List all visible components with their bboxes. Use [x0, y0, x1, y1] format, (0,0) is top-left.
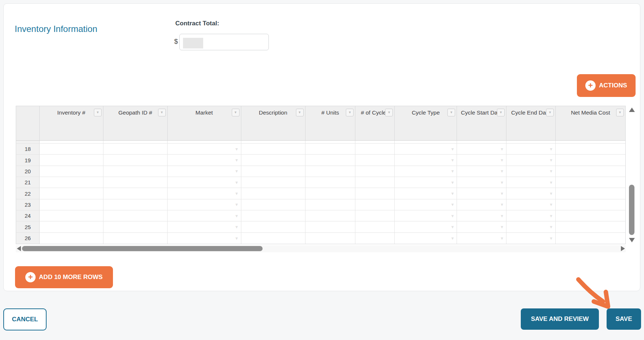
filter-button-description[interactable]: ▼ [296, 109, 304, 116]
grid-cell-description[interactable] [241, 188, 305, 199]
grid-cell-num-cycles[interactable] [355, 166, 395, 177]
grid-cell-cycle-end-date[interactable]: ▼ [506, 210, 556, 221]
grid-cell-market[interactable]: ▼ [168, 210, 241, 221]
grid-cell-description[interactable] [241, 199, 305, 210]
grid-cell-cycle-start-date[interactable]: ▼ [457, 199, 506, 210]
grid-cell-cycle-end-date[interactable]: ▼ [506, 166, 556, 177]
grid-cell-geopath-id[interactable] [103, 155, 168, 165]
grid-cell-geopath-id[interactable] [103, 177, 168, 188]
grid-cell-cycle-end-date[interactable]: ▼ [506, 199, 556, 210]
grid-cell-market[interactable]: ▼ [168, 233, 241, 244]
grid-cell-num-cycles[interactable] [355, 210, 395, 221]
grid-cell-description[interactable] [241, 166, 305, 177]
grid-cell-num-cycles[interactable] [355, 177, 395, 188]
grid-cell-inventory-num[interactable] [40, 233, 103, 244]
grid-cell-cycle-type[interactable]: ▼ [395, 166, 457, 177]
grid-cell-net-media-cost[interactable] [556, 141, 625, 143]
grid-cell-cycle-start-date[interactable]: ▼ [457, 233, 506, 244]
grid-cell-cycle-end-date[interactable] [506, 141, 556, 143]
grid-cell-num-cycles[interactable] [355, 155, 395, 165]
grid-cell-geopath-id[interactable] [103, 144, 168, 154]
grid-cell-units[interactable] [305, 188, 356, 199]
filter-button-cycle-type[interactable]: ▼ [447, 109, 455, 116]
grid-cell-inventory-num[interactable] [40, 210, 103, 221]
grid-cell-cycle-type[interactable]: ▼ [395, 199, 457, 210]
grid-cell-num-cycles[interactable] [355, 233, 395, 244]
grid-cell-cycle-type[interactable]: ▼ [395, 221, 457, 232]
scroll-left-arrow-icon[interactable] [17, 246, 21, 251]
grid-cell-cycle-start-date[interactable]: ▼ [457, 177, 506, 188]
grid-cell-inventory-num[interactable] [40, 221, 103, 232]
grid-cell-cycle-end-date[interactable]: ▼ [506, 155, 556, 165]
grid-cell-num-cycles[interactable] [355, 221, 395, 232]
grid-cell-market[interactable]: ▼ [168, 166, 241, 177]
grid-cell-description[interactable] [241, 210, 305, 221]
grid-cell-geopath-id[interactable] [103, 166, 168, 177]
grid-cell-description[interactable] [241, 141, 305, 143]
grid-cell-inventory-num[interactable] [40, 188, 103, 199]
grid-cell-cycle-type[interactable] [395, 141, 457, 143]
horizontal-scrollbar[interactable] [16, 245, 626, 252]
grid-cell-inventory-num[interactable] [40, 166, 103, 177]
grid-cell-net-media-cost[interactable] [556, 144, 625, 154]
grid-cell-num-cycles[interactable] [355, 141, 395, 143]
grid-cell-cycle-start-date[interactable]: ▼ [457, 166, 506, 177]
grid-cell-num-cycles[interactable] [355, 144, 395, 154]
grid-cell-net-media-cost[interactable] [556, 221, 625, 232]
grid-cell-market[interactable]: ▼ [168, 155, 241, 165]
grid-cell-net-media-cost[interactable] [556, 188, 625, 199]
grid-cell-cycle-end-date[interactable]: ▼ [506, 177, 556, 188]
grid-cell-description[interactable] [241, 177, 305, 188]
filter-button-num-cycles[interactable]: ▼ [385, 109, 393, 116]
filter-button-market[interactable]: ▼ [232, 109, 239, 116]
grid-cell-net-media-cost[interactable] [556, 199, 625, 210]
grid-cell-units[interactable] [305, 221, 356, 232]
grid-cell-units[interactable] [305, 233, 356, 244]
grid-cell-net-media-cost[interactable] [556, 177, 625, 188]
filter-button-cycle-start-date[interactable]: ▼ [497, 109, 505, 116]
grid-cell-description[interactable] [241, 155, 305, 165]
grid-cell-num-cycles[interactable] [355, 199, 395, 210]
horizontal-scrollbar-thumb[interactable] [22, 246, 263, 251]
grid-cell-inventory-num[interactable] [40, 144, 103, 154]
filter-button-inventory-num[interactable]: ▼ [94, 109, 102, 116]
grid-cell-units[interactable] [305, 141, 356, 143]
save-and-review-button[interactable]: SAVE AND REVIEW [521, 308, 599, 330]
grid-cell-cycle-type[interactable]: ▼ [395, 155, 457, 165]
grid-cell-units[interactable] [305, 210, 356, 221]
grid-cell-inventory-num[interactable] [40, 177, 103, 188]
grid-cell-market[interactable] [168, 141, 241, 143]
grid-cell-cycle-start-date[interactable]: ▼ [457, 210, 506, 221]
grid-cell-market[interactable]: ▼ [168, 144, 241, 154]
scroll-down-arrow-icon[interactable] [629, 238, 635, 242]
grid-cell-market[interactable]: ▼ [168, 188, 241, 199]
grid-cell-description[interactable] [241, 144, 305, 154]
scroll-up-arrow-icon[interactable] [629, 108, 635, 112]
grid-cell-cycle-start-date[interactable]: ▼ [457, 155, 506, 165]
grid-cell-units[interactable] [305, 155, 356, 165]
grid-cell-cycle-type[interactable]: ▼ [395, 177, 457, 188]
grid-cell-units[interactable] [305, 166, 356, 177]
grid-cell-net-media-cost[interactable] [556, 155, 625, 165]
grid-cell-cycle-end-date[interactable]: ▼ [506, 233, 556, 244]
grid-cell-num-cycles[interactable] [355, 188, 395, 199]
grid-cell-market[interactable]: ▼ [168, 177, 241, 188]
grid-cell-cycle-start-date[interactable]: ▼ [457, 221, 506, 232]
grid-cell-cycle-start-date[interactable]: ▼ [457, 144, 506, 154]
grid-cell-geopath-id[interactable] [103, 221, 168, 232]
filter-button-net-media-cost[interactable]: ▼ [616, 109, 624, 116]
grid-cell-geopath-id[interactable] [103, 199, 168, 210]
grid-cell-cycle-type[interactable]: ▼ [395, 144, 457, 154]
grid-cell-description[interactable] [241, 221, 305, 232]
filter-button-geopath-id[interactable]: ▼ [158, 109, 166, 116]
grid-cell-geopath-id[interactable] [103, 210, 168, 221]
grid-cell-cycle-end-date[interactable]: ▼ [506, 221, 556, 232]
grid-cell-geopath-id[interactable] [103, 141, 168, 143]
grid-cell-inventory-num[interactable] [40, 199, 103, 210]
grid-cell-cycle-end-date[interactable]: ▼ [506, 144, 556, 154]
add-10-more-rows-button[interactable]: + ADD 10 MORE ROWS [15, 266, 113, 288]
vertical-scrollbar[interactable] [628, 106, 636, 244]
grid-cell-cycle-start-date[interactable] [457, 141, 506, 143]
grid-cell-net-media-cost[interactable] [556, 233, 625, 244]
grid-cell-cycle-start-date[interactable]: ▼ [457, 188, 506, 199]
